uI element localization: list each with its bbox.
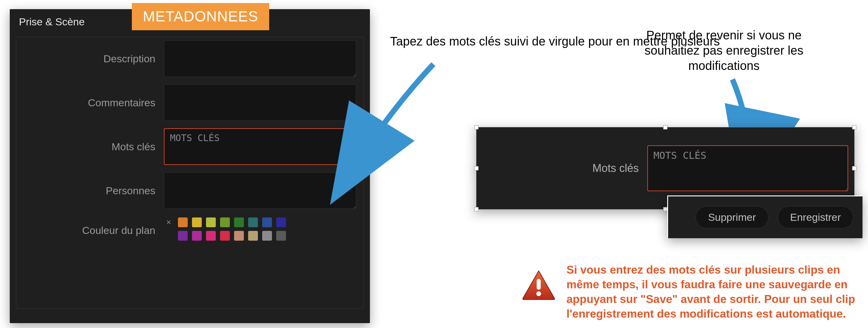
selection-handle[interactable] [474, 207, 478, 211]
swatch[interactable] [220, 231, 230, 241]
selection-handle[interactable] [852, 125, 857, 129]
selection-handle[interactable] [663, 207, 668, 211]
selection-handle[interactable] [474, 166, 478, 171]
row-keywords: Mots clés [24, 128, 356, 165]
swatches-container: × [164, 216, 356, 244]
swatch[interactable] [220, 217, 230, 227]
swatch[interactable] [206, 231, 216, 241]
row-clip-color: Couleur du plan × [24, 216, 356, 244]
swatch[interactable] [192, 217, 202, 227]
selection-handle[interactable] [474, 125, 478, 129]
swatch[interactable] [248, 217, 258, 227]
label-people: Personnes [24, 185, 164, 197]
delete-button[interactable]: Supprimer [695, 206, 769, 229]
swatch[interactable] [192, 231, 202, 241]
swatch[interactable] [262, 231, 272, 241]
row-people: Personnes [24, 172, 356, 209]
label-comments: Commentaires [24, 97, 164, 109]
row-comments: Commentaires [24, 84, 356, 121]
clear-color-icon[interactable]: × [164, 217, 174, 227]
warning-block: Si vous entrez des mots clés sur plusieu… [522, 263, 861, 321]
svg-rect-2 [536, 279, 540, 290]
metadata-badge: METADONNEES [132, 3, 269, 30]
selection-handle[interactable] [663, 125, 668, 129]
swatch-row-1: × [164, 217, 356, 227]
swatch[interactable] [276, 217, 286, 227]
swatch[interactable] [206, 217, 216, 227]
swatch[interactable] [178, 217, 188, 227]
label-clip-color: Couleur du plan [24, 225, 164, 236]
label-keywords: Mots clés [24, 141, 164, 153]
save-button[interactable]: Enregistrer [778, 206, 854, 229]
annotation-revert-hint: Permet de revenir si vous ne souhaitiez … [629, 28, 818, 73]
save-buttons-panel: Supprimer Enregistrer [667, 196, 863, 238]
row-description: Description [24, 40, 356, 77]
input-keywords-zoom[interactable] [647, 145, 848, 191]
swatch[interactable] [234, 217, 244, 227]
metadata-panel-inner: Prise & Scène Description Commentaires M… [10, 9, 370, 323]
swatch[interactable] [248, 231, 258, 241]
warning-text: Si vous entrez des mots clés sur plusieu… [566, 263, 861, 321]
field-group: Description Commentaires Mots clés Perso… [16, 37, 364, 309]
svg-point-3 [536, 291, 541, 296]
swatch[interactable] [234, 231, 244, 241]
warning-icon [522, 269, 555, 300]
selection-handle[interactable] [852, 166, 857, 171]
metadata-panel: Prise & Scène Description Commentaires M… [10, 9, 370, 323]
swatch-row-2 [164, 231, 356, 241]
arrow-icon [323, 61, 452, 205]
swatch[interactable] [178, 231, 188, 241]
swatch[interactable] [276, 231, 286, 241]
label-description: Description [24, 53, 164, 65]
swatch[interactable] [262, 217, 272, 227]
label-keywords-zoom: Mots clés [476, 162, 647, 175]
